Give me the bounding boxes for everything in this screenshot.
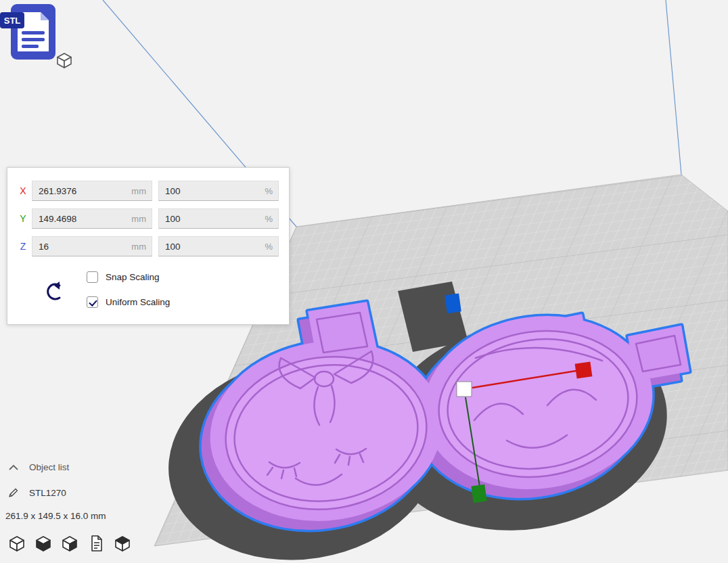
- cube-right-tool-button[interactable]: [60, 534, 79, 554]
- application-window: { "window": { "background": "#f2f2f2" },…: [0, 0, 728, 563]
- axis-z-label: Z: [17, 236, 29, 256]
- model-dimensions-label: 261.9 x 149.5 x 16.0 mm: [5, 511, 106, 521]
- scale-y-value-input[interactable]: [32, 214, 152, 224]
- scale-x-percent-input[interactable]: [159, 186, 278, 196]
- object-name-row[interactable]: STL1270: [8, 487, 66, 498]
- uniform-scaling-row[interactable]: Uniform Scaling: [87, 296, 170, 308]
- axis-x-label: X: [17, 181, 29, 201]
- dimensions-text: 261.9 x 149.5 x 16.0 mm: [5, 511, 106, 521]
- document-tool-button[interactable]: [86, 534, 106, 554]
- uniform-scaling-checkbox[interactable]: [87, 296, 98, 308]
- cube-outline-icon: [8, 535, 26, 552]
- stl-file-icon: STL: [0, 1, 74, 70]
- scale-x-mm-field[interactable]: mm: [32, 181, 152, 201]
- object-list-toggle[interactable]: Object list: [8, 462, 69, 472]
- chevron-up-icon: [8, 464, 19, 471]
- cube-solid-tool-button[interactable]: [33, 534, 53, 554]
- scale-handle-z[interactable]: [445, 294, 461, 314]
- cube-badge-icon: [58, 53, 71, 68]
- stl-badge-label: STL: [4, 16, 21, 26]
- scale-y-percent-input[interactable]: [159, 214, 278, 224]
- cube-half-icon: [61, 535, 78, 552]
- scale-handle-y[interactable]: [471, 485, 486, 503]
- scale-z-mm-field[interactable]: mm: [32, 236, 152, 256]
- scale-y-mm-field[interactable]: mm: [32, 208, 152, 229]
- scale-y-percent-field[interactable]: %: [158, 208, 279, 229]
- scale-y-row: Y mm %: [7, 208, 289, 229]
- snap-scaling-label: Snap Scaling: [106, 272, 160, 282]
- cube-open-icon: [114, 535, 131, 552]
- scale-tool-panel: X mm % Y mm % Z mm %: [7, 167, 290, 325]
- uniform-scaling-label: Uniform Scaling: [106, 297, 170, 307]
- pencil-icon: [8, 487, 19, 498]
- cube-outline-tool-button[interactable]: [7, 534, 26, 554]
- scale-z-percent-field[interactable]: %: [158, 236, 279, 256]
- file-icon: [87, 535, 105, 552]
- scale-x-percent-field[interactable]: %: [158, 181, 279, 201]
- scale-handle-x[interactable]: [575, 361, 593, 378]
- snap-scaling-row[interactable]: Snap Scaling: [87, 271, 160, 283]
- scale-handle-center[interactable]: [457, 382, 472, 397]
- scale-z-row: Z mm %: [7, 236, 289, 256]
- rotate-ccw-icon: [42, 279, 66, 304]
- axis-y-label: Y: [17, 208, 29, 229]
- cube-top-tool-button[interactable]: [112, 534, 132, 554]
- scale-z-percent-input[interactable]: [159, 242, 278, 252]
- scale-x-value-input[interactable]: [32, 186, 152, 196]
- object-name-label: STL1270: [29, 488, 66, 498]
- snap-scaling-checkbox[interactable]: [87, 271, 98, 283]
- bottom-toolbar: [7, 534, 132, 554]
- open-file-button[interactable]: STL: [0, 1, 74, 70]
- scale-z-value-input[interactable]: [32, 242, 152, 252]
- reset-scale-button[interactable]: [40, 278, 68, 307]
- object-list-label: Object list: [29, 462, 69, 472]
- cube-solid-icon: [35, 535, 52, 552]
- scale-x-row: X mm %: [7, 181, 289, 201]
